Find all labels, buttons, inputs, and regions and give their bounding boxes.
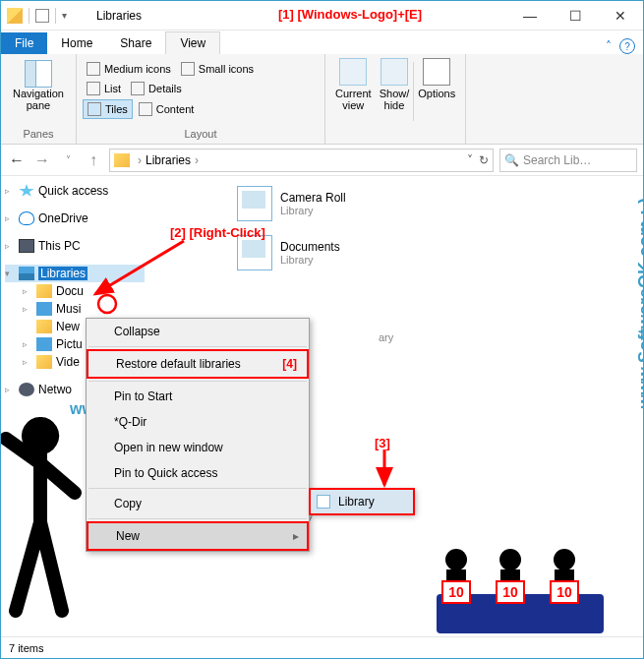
menu-open-new-window[interactable]: Open in new window — [87, 435, 309, 460]
layout-group-label: Layout — [83, 128, 319, 142]
submenu-new: Library — [310, 489, 414, 514]
watermark: www.SoftwareOK.com :-) — [635, 198, 644, 408]
address-bar: ← → ˅ ↑ › Libraries › ˅ ↻ 🔍 Search Lib… — [1, 145, 643, 176]
svg-point-10 — [499, 549, 521, 570]
refresh-icon[interactable]: ↻ — [479, 153, 489, 167]
expand-icon[interactable]: ▹ — [5, 186, 15, 196]
silhouette-figure — [0, 414, 89, 640]
medium-icons-icon — [87, 62, 100, 76]
window-controls: — ☐ ✕ — [507, 1, 643, 30]
layout-list[interactable]: List — [83, 80, 125, 97]
minimize-button[interactable]: — — [507, 1, 553, 30]
tree-quick-access[interactable]: ▹Quick access — [5, 182, 145, 200]
window-title: Libraries — [96, 9, 142, 23]
tree-onedrive[interactable]: ▹OneDrive — [5, 210, 145, 227]
ribbon-right: ˄ ? — [606, 38, 643, 54]
svg-point-14 — [554, 549, 575, 570]
qat-dropdown-icon[interactable]: ▾ — [62, 10, 67, 21]
properties-icon[interactable] — [35, 9, 49, 23]
show-hide-icon — [381, 58, 408, 86]
tiles-icon — [88, 102, 101, 116]
layout-grid: Medium icons Small icons List Details Ti… — [83, 56, 319, 123]
close-button[interactable]: ✕ — [598, 1, 643, 30]
menu-qdir[interactable]: *Q-Dir — [87, 409, 309, 435]
libraries-icon — [19, 267, 34, 280]
current-view-icon — [339, 58, 367, 86]
library-type: Library — [280, 254, 340, 266]
folder-icon — [114, 153, 130, 167]
show-hide-button[interactable]: Show/ hide — [376, 56, 414, 113]
expand-icon[interactable]: ▹ — [5, 385, 15, 394]
menu-pin-start[interactable]: Pin to Start — [87, 384, 309, 409]
forward-button[interactable]: → — [32, 150, 52, 170]
layout-details[interactable]: Details — [127, 80, 186, 97]
layout-tiles[interactable]: Tiles — [83, 99, 133, 119]
current-view-label: Current view — [335, 88, 372, 111]
collapse-ribbon-icon[interactable]: ˄ — [606, 39, 612, 53]
options-label: Options — [418, 88, 455, 99]
menu-new[interactable]: New ▸ — [87, 521, 309, 551]
svg-text:10: 10 — [556, 584, 572, 600]
search-icon: 🔍 — [504, 153, 519, 167]
separator — [55, 8, 56, 24]
dropdown-icon[interactable]: ˅ — [461, 153, 479, 167]
svg-point-3 — [98, 295, 116, 313]
menu-copy[interactable]: Copy — [87, 491, 309, 516]
back-button[interactable]: ← — [7, 150, 27, 170]
library-documents[interactable]: DocumentsLibrary — [237, 235, 633, 270]
chevron-icon[interactable]: › — [134, 153, 146, 167]
layout-small-icons[interactable]: Small icons — [177, 60, 258, 78]
nav-pane-label: Navigation pane — [13, 88, 64, 111]
up-button[interactable]: ↑ — [84, 150, 103, 170]
menu-restore-default[interactable]: Restore default libraries [4] — [87, 349, 309, 379]
content-icon — [139, 102, 152, 116]
path-segment[interactable]: Libraries — [146, 153, 191, 167]
current-view-button[interactable]: Current view — [331, 56, 376, 113]
address-field[interactable]: › Libraries › ˅ ↻ — [109, 149, 494, 172]
folder-icon — [36, 337, 52, 351]
cloud-icon — [19, 211, 34, 225]
folder-icon — [36, 355, 52, 369]
submenu-library[interactable]: Library — [309, 488, 415, 515]
chevron-icon[interactable]: › — [191, 153, 203, 167]
options-button[interactable]: Options — [414, 56, 459, 101]
expand-icon[interactable]: ▹ — [5, 241, 15, 251]
tab-share[interactable]: Share — [106, 32, 165, 54]
ribbon-group-panes: Navigation pane Panes — [1, 54, 77, 144]
tab-home[interactable]: Home — [47, 32, 106, 54]
library-icon — [237, 235, 272, 270]
status-bar: 7 items — [1, 636, 643, 658]
collapse-icon[interactable]: ▾ — [5, 269, 15, 278]
panes-group-label: Panes — [7, 128, 70, 142]
separator — [88, 488, 307, 489]
ribbon-group-view: Current view Show/ hide Options — [325, 54, 466, 144]
partial-text: ary — [379, 331, 633, 343]
list-icon — [87, 82, 100, 95]
separator — [29, 8, 29, 24]
search-placeholder: Search Lib… — [523, 153, 591, 167]
recent-dropdown[interactable]: ˅ — [58, 150, 78, 170]
layout-content[interactable]: Content — [135, 99, 199, 119]
options-icon — [423, 58, 450, 86]
navigation-pane-button[interactable]: Navigation pane — [7, 56, 70, 115]
search-input[interactable]: 🔍 Search Lib… — [499, 149, 637, 172]
separator — [88, 518, 307, 519]
tab-file[interactable]: File — [1, 32, 47, 54]
folder-icon — [36, 302, 52, 316]
expand-icon[interactable]: ▹ — [5, 213, 15, 223]
tab-view[interactable]: View — [165, 31, 220, 54]
menu-pin-quick-access[interactable]: Pin to Quick access — [87, 460, 309, 486]
svg-point-4 — [27, 418, 54, 446]
menu-collapse[interactable]: Collapse — [87, 319, 309, 344]
navigation-pane-icon — [25, 60, 52, 88]
submenu-arrow-icon: ▸ — [293, 529, 299, 543]
context-menu: Collapse Restore default libraries [4] P… — [86, 318, 310, 552]
separator — [88, 346, 307, 347]
help-icon[interactable]: ? — [619, 38, 635, 54]
library-camera-roll[interactable]: Camera RollLibrary — [237, 186, 633, 221]
library-type: Library — [280, 205, 346, 216]
svg-line-0 — [95, 241, 184, 294]
ribbon-tabs: File Home Share View ˄ ? — [1, 30, 643, 54]
maximize-button[interactable]: ☐ — [553, 1, 598, 30]
layout-medium-icons[interactable]: Medium icons — [83, 60, 175, 78]
